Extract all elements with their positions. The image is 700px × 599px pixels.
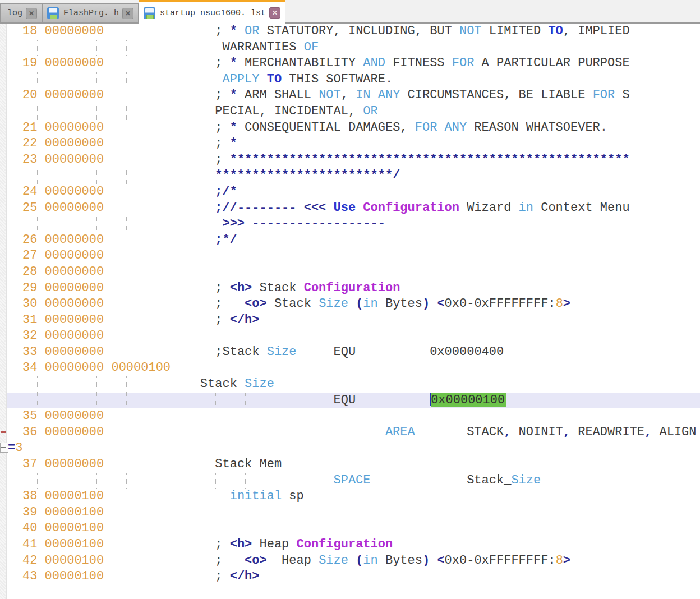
code-line[interactable]: 34 00000000 00000100 xyxy=(0,360,700,376)
code-segment: ; xyxy=(215,56,229,70)
code-line[interactable]: 25 00000000 ;//-------- <<< Use Configur… xyxy=(0,200,700,216)
code-segment: <o> xyxy=(245,297,267,311)
code-line[interactable]: 19 00000000 ; * MERCHANTABILITY AND FITN… xyxy=(0,56,700,72)
code-line[interactable]: 30 00000000 ; <o> Stack Size (in Bytes) … xyxy=(0,296,700,312)
code-line[interactable]: 41 00000100 ; <h> Heap Configuration xyxy=(0,537,700,553)
code-segment: ****************************************… xyxy=(230,153,630,167)
code-segment: 26 00000000 xyxy=(22,233,104,247)
code-segment xyxy=(22,168,215,182)
code-segment: Size xyxy=(267,345,297,359)
tab-label: startup_nsuc1600. lst xyxy=(158,8,269,18)
code-segment xyxy=(104,88,215,102)
code-segment: WARRANTIES xyxy=(215,40,303,54)
code-segment: ; xyxy=(215,281,229,295)
code-segment: REASON WHATSOEVER. xyxy=(467,121,607,135)
tab-startup-nsuc1600-lst[interactable]: startup_nsuc1600. lst ✕ xyxy=(139,0,285,24)
close-icon[interactable]: ✕ xyxy=(122,8,133,19)
code-segment: READWRITE xyxy=(570,425,644,439)
code-line[interactable]: 28 00000000 xyxy=(0,264,700,280)
code-line[interactable]: 39 00000100 xyxy=(0,505,700,521)
tab-log[interactable]: log ✕ xyxy=(0,3,42,22)
tab-flashprg-h[interactable]: FlashPrg. h ✕ xyxy=(42,3,139,22)
code-segment xyxy=(104,201,215,215)
code-line[interactable]: 23 00000000 ; **************************… xyxy=(0,152,700,168)
code-segment xyxy=(22,393,334,407)
code-segment: 0x00000400 xyxy=(430,345,504,359)
code-segment xyxy=(348,297,356,311)
code-line[interactable]: 42 00000100 ; <o> Heap Size (in Bytes) <… xyxy=(0,553,700,569)
code-segment xyxy=(22,40,215,54)
code-line[interactable]: 27 00000000 xyxy=(0,248,700,264)
code-segment xyxy=(371,473,467,487)
close-icon[interactable]: ✕ xyxy=(26,8,37,19)
code-segment: Wizard xyxy=(459,201,519,215)
code-line[interactable]: WARRANTIES OF xyxy=(0,40,700,56)
code-segment: <h> xyxy=(230,537,252,551)
code-line[interactable]: 38 00000100 __initial_sp xyxy=(0,489,700,505)
code-editor[interactable]: 18 00000000 ; * OR STATUTORY, INCLUDING,… xyxy=(0,24,700,599)
code-line[interactable]: 24 00000000 ;/* xyxy=(0,184,700,200)
code-segment: SPACE xyxy=(334,473,371,487)
code-line[interactable]: 33 00000000 ;Stack_Size EQU 0x00000400 xyxy=(0,344,700,361)
code-segment xyxy=(215,72,222,86)
code-line[interactable]: 18 00000000 ; * OR STATUTORY, INCLUDING,… xyxy=(0,24,700,40)
code-segment: 3 xyxy=(15,441,22,455)
code-segment: </h> xyxy=(230,569,260,583)
code-segment: , IMPLIED xyxy=(563,24,630,38)
code-segment: 8 xyxy=(556,297,563,311)
code-segment: 39 00000100 xyxy=(22,505,104,519)
code-line[interactable]: SPACE Stack_Size xyxy=(0,473,700,489)
code-segment: STACK xyxy=(467,425,504,439)
code-segment xyxy=(22,72,215,86)
code-segment: CONSEQUENTIAL DAMAGES, xyxy=(237,121,415,135)
code-segment: 21 00000000 xyxy=(22,121,104,135)
code-line[interactable]: >>> ------------------ xyxy=(0,216,700,232)
close-icon[interactable]: ✕ xyxy=(269,7,280,19)
code-line[interactable]: PECIAL, INCIDENTAL, OR xyxy=(0,104,700,120)
code-segment: APPLY xyxy=(222,72,259,86)
code-segment: = xyxy=(8,441,15,455)
code-segment: ; xyxy=(215,554,245,568)
code-segment: LIMITED xyxy=(482,24,549,38)
code-line[interactable]: 31 00000000 ; </h> xyxy=(0,312,700,329)
code-segment: _sp xyxy=(282,489,304,503)
code-segment: FOR xyxy=(593,88,615,102)
code-segment: PECIAL, INCIDENTAL, xyxy=(215,104,363,118)
code-line[interactable]: ************************/ xyxy=(0,168,700,184)
code-segment xyxy=(104,425,385,439)
code-line[interactable]: 21 00000000 ; * CONSEQUENTIAL DAMAGES, F… xyxy=(0,120,700,136)
code-segment xyxy=(22,473,334,487)
code-segment xyxy=(215,216,222,231)
code-line[interactable]: 20 00000000 ; * ARM SHALL NOT, IN ANY CI… xyxy=(0,87,700,104)
code-segment: ; xyxy=(215,24,229,38)
code-segment: * xyxy=(230,24,237,38)
code-segment: AREA xyxy=(385,425,415,439)
code-line[interactable]: EQU 0x00000100 xyxy=(0,393,700,409)
code-segment xyxy=(104,297,215,311)
code-line[interactable]: 36 00000000 AREA STACK, NOINIT, READWRIT… xyxy=(0,425,700,441)
code-segment: </h> xyxy=(230,313,260,327)
code-segment: 19 00000000 xyxy=(22,56,104,70)
code-segment: 25 00000000 xyxy=(22,201,104,215)
save-icon xyxy=(47,7,59,19)
code-segment: 18 00000000 xyxy=(22,24,104,38)
code-segment: , xyxy=(644,425,652,439)
code-line[interactable]: 37 00000000 Stack_Mem xyxy=(0,457,700,473)
code-line[interactable]: =3 xyxy=(0,440,700,457)
code-segment: in xyxy=(363,297,377,311)
code-line[interactable]: 22 00000000 ; * xyxy=(0,136,700,152)
code-line[interactable]: 43 00000100 ; </h> xyxy=(0,569,700,585)
code-segment xyxy=(259,72,266,86)
code-line[interactable]: APPLY TO THIS SOFTWARE. xyxy=(0,72,700,88)
code-line[interactable]: 35 00000000 xyxy=(0,408,700,425)
code-segment: Stack xyxy=(267,297,319,311)
code-segment: TO xyxy=(548,24,563,38)
code-segment xyxy=(237,24,245,38)
code-line[interactable]: Stack_Size xyxy=(0,376,700,393)
code-segment xyxy=(104,233,215,247)
code-line[interactable]: 26 00000000 ;*/ xyxy=(0,232,700,248)
code-line[interactable]: 40 00000100 xyxy=(0,520,700,537)
code-segment: < xyxy=(437,297,444,311)
code-line[interactable]: 32 00000000 xyxy=(0,328,700,344)
code-line[interactable]: 29 00000000 ; <h> Stack Configuration xyxy=(0,280,700,297)
